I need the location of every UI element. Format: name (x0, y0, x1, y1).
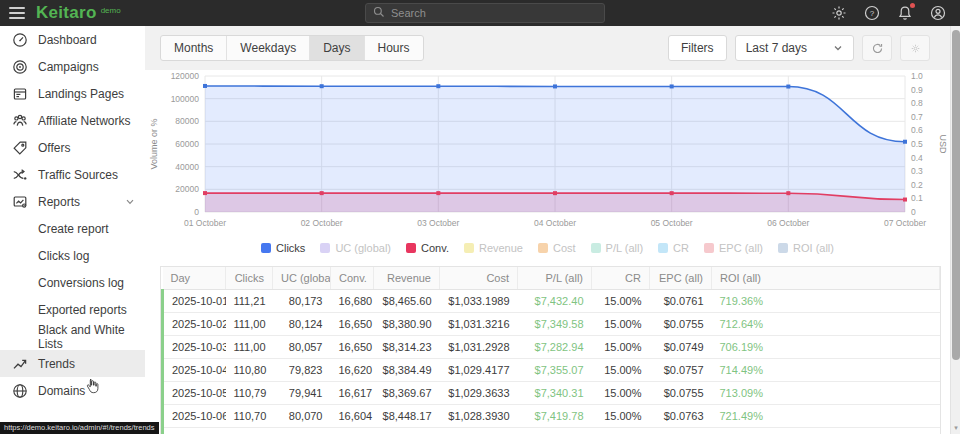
column-header-day[interactable]: Day (163, 267, 226, 290)
settings-icon[interactable] (831, 5, 847, 21)
column-header-uc-global-[interactable]: UC (global) (273, 267, 331, 290)
menu-toggle-icon[interactable] (0, 0, 34, 26)
chevron-down-icon[interactable] (125, 196, 135, 206)
account-icon[interactable] (930, 5, 946, 21)
svg-text:?: ? (870, 9, 875, 18)
sidebar-item-clicks-log[interactable]: Clicks log (0, 242, 145, 269)
scrollbar-thumb[interactable] (952, 30, 960, 360)
legend-item-epc-all-[interactable]: EPC (all) (704, 242, 763, 254)
column-header-clicks[interactable]: Clicks (226, 267, 273, 290)
svg-text:USD: USD (938, 134, 948, 154)
column-header-cr[interactable]: CR (592, 267, 650, 290)
svg-text:Volume or %: Volume or % (149, 118, 159, 169)
legend-item-uc-global-[interactable]: UC (global) (320, 242, 391, 254)
cell: $1,029.3633 (440, 382, 518, 405)
cell: $8,380.90 (374, 313, 440, 336)
sidebar-item-create-report[interactable]: Create report (0, 215, 145, 242)
sidebar-item-label: Create report (38, 222, 109, 236)
legend-swatch (591, 243, 601, 253)
legend-item-cost[interactable]: Cost (538, 242, 576, 254)
filters-button[interactable]: Filters (668, 35, 727, 61)
svg-text:04 October: 04 October (534, 218, 576, 228)
sidebar-item-label: Domains (38, 384, 85, 398)
cell: 2025-10-03 (163, 336, 226, 359)
legend-item-clicks[interactable]: Clicks (261, 242, 305, 254)
legend-label: Conv. (421, 242, 449, 254)
search-input[interactable] (391, 7, 597, 19)
svg-text:20000: 20000 (175, 184, 199, 194)
sidebar-item-trends[interactable]: Trends (0, 350, 145, 377)
sidebar-item-dashboard[interactable]: Dashboard (0, 26, 145, 53)
legend-label: ROI (all) (793, 242, 834, 254)
table-row[interactable]: 2025-10-02111,0080,12416,650$8,380.90$1,… (163, 313, 940, 336)
cell: 111,00 (226, 313, 273, 336)
sidebar-item-label: Campaigns (38, 60, 99, 74)
table-row-partial (163, 428, 940, 434)
svg-text:0.4: 0.4 (911, 153, 923, 163)
legend-label: UC (global) (335, 242, 391, 254)
column-header-roi-all-[interactable]: ROI (all) (712, 267, 940, 290)
scrollbar-down-arrow[interactable]: ▾ (951, 424, 960, 432)
column-header-revenue[interactable]: Revenue (374, 267, 440, 290)
tab-days[interactable]: Days (310, 36, 364, 60)
table-row[interactable]: 2025-10-05110,7979,94116,617$8,369.67$1,… (163, 382, 940, 405)
legend-item-p-l-all-[interactable]: P/L (all) (591, 242, 644, 254)
link-status-bar: https://demo.keitaro.io/admin/#!/trends/… (0, 422, 159, 434)
table-row[interactable]: 2025-10-04110,8079,82316,620$8,384.49$1,… (163, 359, 940, 382)
legend-item-cr[interactable]: CR (658, 242, 689, 254)
column-header-epc-all-[interactable]: EPC (all) (650, 267, 712, 290)
sidebar-item-label: Trends (38, 357, 75, 371)
global-search[interactable] (365, 3, 605, 23)
cell (374, 428, 440, 434)
sidebar-item-label: Clicks log (38, 249, 89, 263)
svg-text:0: 0 (194, 207, 199, 217)
legend-item-roi-all-[interactable]: ROI (all) (778, 242, 834, 254)
column-header-p-l-all-[interactable]: P/L (all) (518, 267, 592, 290)
cell: 2025-10-02 (163, 313, 226, 336)
interval-tabs: MonthsWeekdaysDaysHours (160, 35, 424, 61)
notifications-icon[interactable] (897, 5, 913, 21)
reports-icon (12, 194, 28, 210)
vertical-scrollbar[interactable]: ▾ (950, 26, 960, 434)
column-header-cost[interactable]: Cost (440, 267, 518, 290)
cell (518, 428, 592, 434)
cell: 714.49% (712, 359, 940, 382)
sidebar-item-affiliate-networks[interactable]: Affiliate Networks (0, 107, 145, 134)
sidebar-item-offers[interactable]: Offers (0, 134, 145, 161)
cell: 110,80 (226, 359, 273, 382)
sidebar-item-black-and-white-lists[interactable]: Black and White Lists (0, 323, 145, 350)
period-select[interactable]: Last 7 days (735, 35, 854, 61)
gear-icon (910, 43, 921, 54)
table-row[interactable]: 2025-10-06110,7080,07016,604$8,448.17$1,… (163, 405, 940, 428)
legend-item-conv-[interactable]: Conv. (406, 242, 449, 254)
help-icon[interactable]: ? (864, 5, 880, 21)
cell: $0.0755 (650, 313, 712, 336)
sidebar-item-conversions-log[interactable]: Conversions log (0, 269, 145, 296)
cell (440, 428, 518, 434)
cell: $7,419.78 (518, 405, 592, 428)
sidebar-item-reports[interactable]: Reports (0, 188, 145, 215)
trends-chart: 02000040000600008000010000012000000.10.2… (145, 70, 950, 236)
sidebar-item-domains[interactable]: Domains (0, 377, 145, 404)
refresh-button[interactable] (862, 35, 892, 61)
keitaro-logo[interactable]: Keitaro (36, 3, 97, 23)
notification-dot (910, 3, 915, 8)
trends-icon (12, 356, 28, 372)
table-row[interactable]: 2025-10-03111,0080,05716,650$8,314.23$1,… (163, 336, 940, 359)
table-row[interactable]: 2025-10-01111,2180,17316,680$8,465.60$1,… (163, 290, 940, 313)
sidebar-item-campaigns[interactable]: Campaigns (0, 53, 145, 80)
sidebar-item-label: Affiliate Networks (38, 114, 130, 128)
tab-weekdays[interactable]: Weekdays (227, 36, 310, 60)
sidebar-item-label: Exported reports (38, 303, 127, 317)
tab-months[interactable]: Months (161, 36, 227, 60)
sidebar-item-landings-pages[interactable]: Landings Pages (0, 80, 145, 107)
refresh-icon (871, 42, 884, 55)
sidebar-item-traffic-sources[interactable]: Traffic Sources (0, 161, 145, 188)
legend-item-revenue[interactable]: Revenue (464, 242, 523, 254)
tab-hours[interactable]: Hours (365, 36, 423, 60)
chart-settings-button[interactable] (900, 35, 930, 61)
cell: $0.0761 (650, 290, 712, 313)
column-header-conv-[interactable]: Conv. (331, 267, 374, 290)
sidebar-item-exported-reports[interactable]: Exported reports (0, 296, 145, 323)
cell: 2025-10-06 (163, 405, 226, 428)
